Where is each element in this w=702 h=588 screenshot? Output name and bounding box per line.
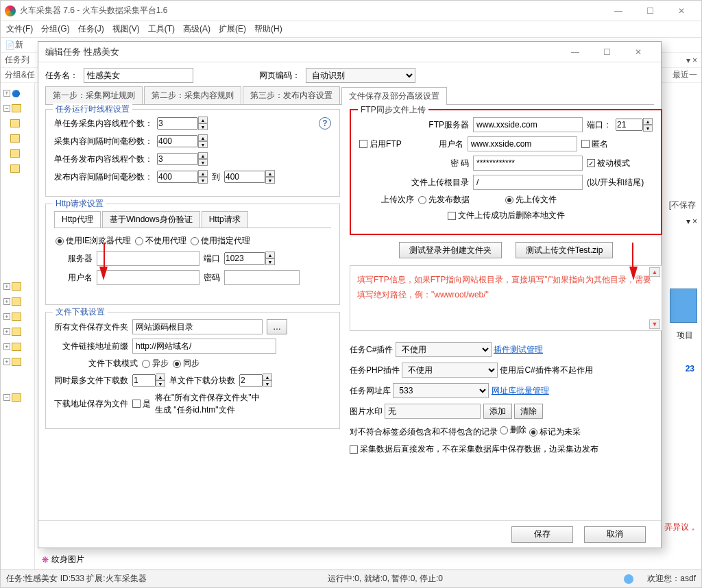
url-prefix-input[interactable] [132,339,276,354]
subtab-winauth[interactable]: 基于Windows身份验证 [102,211,200,228]
check-enable-ftp[interactable]: 启用FTP [359,138,402,150]
menu-advanced[interactable]: 高级(A) [183,23,210,35]
menubar: 文件(F) 分组(G) 任务(J) 视图(V) 工具(T) 高级(A) 扩展(E… [1,21,701,38]
menu-help[interactable]: 帮助(H) [254,23,282,35]
cs-plugin-select[interactable]: 不使用 [396,342,492,357]
encoding-select[interactable]: 自动识别 [306,68,415,83]
menu-file[interactable]: 文件(F) [6,23,33,35]
side-label-nosave: [不保存 [669,199,696,211]
scroll-up-icon[interactable]: ▲ [649,267,660,277]
proxy-port-input[interactable] [224,252,265,265]
task-name-label: 任务名： [45,70,78,82]
ftp-settings: FTP同步文件上传 FTP服务器 端口： ▲▼ 启用FTP 用户名 匿名 [350,109,662,235]
ftp-port-input[interactable] [616,119,643,131]
help-icon[interactable]: ? [319,117,331,130]
cancel-button[interactable]: 取消 [584,526,646,543]
thread-settings: 任务运行时线程设置 单任务采集内容线程个数： ▲▼ ? 采集内容间隔时间毫秒数：… [45,109,340,197]
check-save-as-file[interactable]: 是 [132,398,151,410]
collect-threads-input[interactable] [157,117,198,130]
sidebar-close[interactable]: ▾ × [686,56,697,65]
radio-async[interactable]: 异步 [142,358,169,369]
encoding-label: 网页编码： [259,70,300,82]
check-direct-publish[interactable]: 采集数据后直接发布，不在采集数据库中保存数据，边采集边发布 [350,443,598,455]
app-title: 火车采集器 7.6 - 火车头数据采集平台1.6 [20,5,167,16]
info-box: 填写FTP信息，如果FTP指向网站根目录，直接填写"/"如果指向为其他目录，需要… [350,265,662,331]
check-passive[interactable]: 被动模式 [587,158,630,169]
scroll-down-icon[interactable]: ▼ [649,319,660,329]
tab-step4[interactable]: 文件保存及部分高级设置 [341,87,447,105]
proxy-pwd-input[interactable] [224,270,300,285]
ftp-root-input[interactable] [473,175,583,190]
tab-step2[interactable]: 第二步：采集内容规则 [144,86,241,104]
save-button[interactable]: 保存 [511,526,573,543]
add-watermark-button[interactable]: 添加 [483,404,512,419]
status-run: 运行中:0, 就绪:0, 暂停:0, 停止:0 [328,573,443,585]
publish-interval-from[interactable] [157,171,198,183]
tattoo-item[interactable]: ❋纹身图片 [42,554,84,565]
minimize-button[interactable]: — [603,1,634,21]
publish-threads-input[interactable] [157,153,198,165]
step-tabs: 第一步：采集网址规则 第二步：采集内容规则 第三步：发布内容设置 文件保存及部分… [45,87,654,105]
radio-custom-proxy[interactable]: 使用指定代理 [191,235,250,247]
menu-tools[interactable]: 工具(T) [148,23,175,35]
radio-sync[interactable]: 同步 [173,358,199,369]
maximize-button[interactable]: ☐ [634,1,666,21]
side-panel-close[interactable]: ▾ × [686,217,697,226]
php-plugin-select[interactable]: 不使用 [402,363,498,378]
task-tree[interactable]: +🔵 − + + + + + + − [1,83,35,569]
subtab-http[interactable]: Http请求 [202,211,248,228]
project-label: 项目 [677,330,693,341]
tab-step3[interactable]: 第三步：发布内容设置 [243,86,340,104]
proxy-user-input[interactable] [97,270,199,285]
publish-interval-to[interactable] [224,171,265,183]
check-del-local[interactable]: 文件上传成功后删除本地文件 [448,210,565,221]
download-settings: 文件下载设置 所有文件保存文件夹 … 文件链接地址前缀 文件下载模式 异步 同步 [45,312,340,429]
menu-ext[interactable]: 扩展(E) [219,23,246,35]
badge-23: 23 [686,364,694,373]
status-left: 任务:性感美女 ID:533 扩展:火车采集器 [6,573,147,585]
new-doc[interactable]: 新 [15,39,23,51]
blue-icon [670,289,697,323]
radio-tag-mark[interactable]: 标记为未采 [529,426,581,438]
menu-group[interactable]: 分组(G) [41,23,69,35]
chunk-input[interactable] [239,374,263,387]
ftp-server-input[interactable] [473,117,583,132]
dialog-minimize[interactable]: — [559,42,591,62]
app-icon [5,5,16,16]
task-name-input[interactable] [84,68,193,83]
save-folder-input[interactable] [132,319,263,334]
subtab-proxy[interactable]: Http代理 [54,211,101,228]
ftp-user-input[interactable] [468,136,577,151]
recent-label: 最近一 [673,69,697,81]
dialog-maximize[interactable]: ☐ [591,42,622,62]
watermark-input[interactable] [385,404,481,419]
max-downloads-input[interactable] [132,374,156,387]
radio-upload-first[interactable]: 先上传文件 [505,194,557,206]
red-note: 弄异议， [664,522,697,533]
radio-ie-proxy[interactable]: 使用IE浏览器代理 [56,235,131,247]
test-upload-button[interactable]: 测试上传文件Test.zip [516,242,614,258]
url-db-select[interactable]: 533 [393,383,489,398]
user-icon [624,574,633,584]
collect-interval-input[interactable] [157,135,198,147]
proxy-server-input[interactable] [97,251,199,266]
test-login-button[interactable]: 测试登录并创建文件夹 [399,242,502,258]
clear-watermark-button[interactable]: 清除 [514,404,543,419]
menu-view[interactable]: 视图(V) [112,23,140,35]
tab-step1[interactable]: 第一步：采集网址规则 [45,86,143,104]
check-anonymous[interactable]: 匿名 [581,138,608,150]
browse-folder-button[interactable]: … [267,319,287,334]
menu-task[interactable]: 任务(J) [78,23,104,35]
radio-no-proxy[interactable]: 不使用代理 [135,235,186,247]
dialog-title: 编辑任务 性感美女 [45,46,119,58]
dialog-close[interactable]: ✕ [622,42,654,62]
radio-tag-delete[interactable]: 删除 [500,424,526,436]
radio-publish-first[interactable]: 先发布数据 [418,194,470,206]
edit-task-dialog: 编辑任务 性感美女 — ☐ ✕ 任务名： 网页编码： 自动识别 第一步：采集网址… [38,41,662,548]
http-settings: Http请求设置 Http代理 基于Windows身份验证 Http请求 使用I… [45,204,340,305]
ftp-pwd-input[interactable] [473,156,583,171]
plugin-test-link[interactable]: 插件测试管理 [494,345,543,354]
url-db-link[interactable]: 网址库批量管理 [492,386,549,395]
close-button[interactable]: ✕ [666,1,697,21]
statusbar: 任务:性感美女 ID:533 扩展:火车采集器 运行中:0, 就绪:0, 暂停:… [1,569,701,587]
